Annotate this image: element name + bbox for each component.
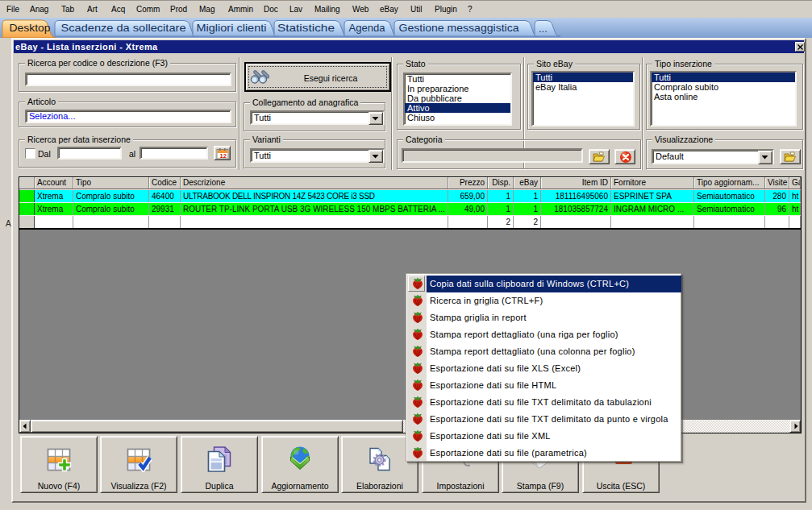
svg-text:...: ... xyxy=(539,23,548,35)
svg-text:Gestione messaggistica: Gestione messaggistica xyxy=(399,22,520,34)
svg-text:Desktop: Desktop xyxy=(10,22,51,34)
svg-text:12: 12 xyxy=(220,152,227,160)
svg-text:Scadenze da sollecitare: Scadenze da sollecitare xyxy=(61,22,186,34)
svg-text:Agenda: Agenda xyxy=(349,22,386,34)
svg-text:Statistiche: Statistiche xyxy=(277,22,335,34)
svg-text:Migliori clienti: Migliori clienti xyxy=(197,22,267,34)
